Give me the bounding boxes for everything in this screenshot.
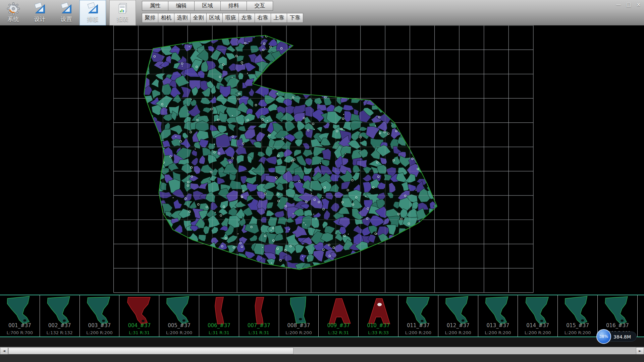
piece-cell-008_#37[interactable]: 008_#37L:200 R:200	[279, 295, 319, 337]
report-icon	[116, 2, 129, 15]
menu-align-right-button[interactable]: 右靠	[255, 13, 271, 23]
piece-counts: L:700 R:700	[0, 330, 40, 335]
piece-thumbnail	[599, 296, 636, 325]
piece-counts: L:200 R:200	[398, 330, 438, 335]
main-tab-label: 系统	[8, 15, 19, 23]
piece-counts: L:200 R:200	[518, 330, 557, 335]
piece-thumbnail	[42, 296, 78, 325]
main-tab-label: 排版	[87, 15, 99, 23]
menu-align-top-button[interactable]: 上靠	[271, 13, 287, 23]
main-tab-system[interactable]: 系统	[0, 0, 26, 25]
piece-thumbnail	[480, 296, 516, 325]
menu-nest-button[interactable]: 排料	[220, 1, 247, 11]
minimize-button[interactable]: —	[616, 2, 621, 8]
menu-defect-button[interactable]: 瑕疵	[222, 13, 239, 23]
piece-cell-001_#37[interactable]: 001_#37L:700 R:700	[0, 295, 40, 337]
nesting-canvas[interactable]	[0, 25, 644, 295]
piece-name: 005_#37	[159, 322, 199, 328]
piece-cell-004_#37[interactable]: 004_#37L:31 R:31	[119, 295, 159, 337]
piece-counts: L:33 R:33	[359, 330, 398, 335]
menu-edit-button[interactable]: 编辑	[168, 1, 195, 11]
ruler-icon	[86, 2, 100, 15]
horizontal-scrollbar[interactable]: ◄ ►	[0, 347, 644, 354]
application-window: 系统设计设置排版报表 属性编辑区域排料交互 聚排相机选割全割区域瑕疵左靠右靠上靠…	[0, 0, 644, 362]
piece-thumbnail	[280, 296, 317, 325]
piece-thumbnail	[320, 296, 357, 325]
maximize-button[interactable]: □	[626, 2, 631, 8]
piece-thumbnail	[440, 296, 476, 325]
piece-name: 003_#37	[80, 322, 119, 328]
piece-counts: L:32 R:31	[319, 330, 358, 335]
menu-region-2-button[interactable]: 区域	[206, 13, 223, 23]
main-tab-label: 报表	[117, 15, 128, 23]
scroll-left-button[interactable]: ◄	[0, 347, 8, 355]
piece-name: 001_#37	[0, 322, 40, 328]
piece-cell-009_#37[interactable]: 009_#37L:32 R:31	[319, 295, 359, 337]
piece-name: 016_#37	[598, 322, 637, 328]
gear-icon	[7, 2, 20, 15]
main-tab-report[interactable]: 报表	[109, 0, 136, 25]
piece-name: 002_#37	[40, 322, 79, 328]
status-indicator: 38% 384.8M	[596, 329, 637, 344]
piece-name: 014_#37	[518, 322, 557, 328]
close-button[interactable]: ×	[636, 2, 641, 8]
piece-counts: L:31 R:31	[119, 330, 159, 335]
piece-cell-012_#37[interactable]: 012_#37L:200 R:200	[438, 295, 478, 337]
piece-cell-006_#37[interactable]: 006_#37L:31 R:31	[199, 295, 239, 337]
piece-thumbnail	[241, 296, 277, 325]
pieces-strip: 001_#37L:700 R:700002_#37L:132 R:132003_…	[0, 295, 644, 337]
piece-cell-002_#37[interactable]: 002_#37L:132 R:132	[40, 295, 80, 337]
scroll-right-button[interactable]: ►	[636, 347, 644, 355]
menu-cluster-nest-button[interactable]: 聚排	[142, 13, 158, 23]
menu-region-button[interactable]: 区域	[194, 1, 221, 11]
piece-name: 010_#37	[359, 322, 398, 328]
piece-cell-013_#37[interactable]: 013_#37L:200 R:200	[478, 295, 518, 337]
piece-thumbnail	[81, 296, 117, 325]
main-tab-settings[interactable]: 设置	[53, 0, 79, 25]
piece-name: 004_#37	[119, 322, 159, 328]
menu-row-1: 属性编辑区域排料交互	[142, 1, 303, 11]
menu-row-2: 聚排相机选割全割区域瑕疵左靠右靠上靠下靠	[142, 13, 303, 23]
ruler-icon	[33, 2, 47, 15]
menu-area: 属性编辑区域排料交互 聚排相机选割全割区域瑕疵左靠右靠上靠下靠	[142, 1, 303, 23]
menu-interact-button[interactable]: 交互	[247, 1, 273, 11]
menu-select-cut-button[interactable]: 选割	[174, 13, 191, 23]
main-tab-bar: 系统设计设置排版报表	[0, 0, 136, 25]
piece-name: 015_#37	[558, 322, 597, 328]
piece-name: 011_#37	[398, 322, 438, 328]
piece-cell-007_#37[interactable]: 007_#37L:31 R:31	[239, 295, 279, 337]
piece-thumbnail	[161, 296, 197, 325]
ruler-icon	[60, 2, 73, 15]
piece-cell-011_#37[interactable]: 011_#37L:200 R:200	[398, 295, 438, 337]
piece-cell-015_#37[interactable]: 015_#37L:200 R:200	[558, 295, 598, 337]
piece-cell-005_#37[interactable]: 005_#37L:200 R:200	[159, 295, 199, 337]
piece-name: 007_#37	[239, 322, 279, 328]
piece-counts: L:200 R:200	[159, 330, 199, 335]
piece-cell-010_#37[interactable]: 010_#37L:33 R:33	[359, 295, 398, 337]
piece-counts: L:200 R:200	[80, 330, 119, 335]
main-tab-design[interactable]: 设计	[26, 0, 53, 25]
main-tab-nesting[interactable]: 排版	[79, 0, 106, 25]
menu-camera-button[interactable]: 相机	[158, 13, 174, 23]
piece-cell-003_#37[interactable]: 003_#37L:200 R:200	[80, 295, 120, 337]
toolbar: 系统设计设置排版报表 属性编辑区域排料交互 聚排相机选割全割区域瑕疵左靠右靠上靠…	[0, 0, 644, 25]
piece-counts: L:200 R:200	[478, 330, 518, 335]
window-controls: — □ ×	[616, 2, 641, 8]
piece-thumbnail	[400, 296, 436, 325]
piece-counts: L:132 R:132	[40, 330, 79, 335]
piece-name: 012_#37	[438, 322, 478, 328]
piece-thumbnail	[2, 296, 38, 325]
menu-align-bottom-button[interactable]: 下靠	[287, 13, 303, 23]
menu-properties-button[interactable]: 属性	[142, 1, 168, 11]
scrollbar-thumb[interactable]	[8, 348, 293, 354]
piece-name: 008_#37	[279, 322, 319, 328]
progress-badge: 38%	[596, 329, 611, 344]
piece-thumbnail	[360, 296, 396, 325]
piece-thumbnail	[559, 296, 596, 325]
piece-cell-014_#37[interactable]: 014_#37L:200 R:200	[518, 295, 558, 337]
piece-thumbnail	[520, 296, 556, 325]
menu-cut-all-button[interactable]: 全割	[190, 13, 207, 23]
main-tab-label: 设置	[61, 15, 72, 23]
menu-align-left-button[interactable]: 左靠	[238, 13, 255, 23]
nesting-canvas-svg	[0, 25, 644, 295]
